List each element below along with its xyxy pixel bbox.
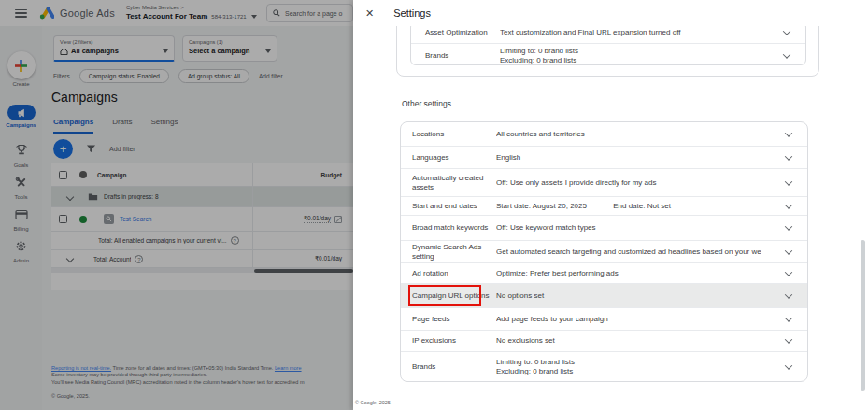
chevron-down-icon[interactable]: [785, 129, 792, 136]
copyright: © Google, 2025.: [51, 393, 90, 399]
chevron-down-icon[interactable]: [66, 192, 74, 200]
filter-funnel-icon[interactable]: [86, 144, 96, 154]
setting-label: Automatically created assets: [412, 174, 496, 192]
tab-settings[interactable]: Settings: [150, 118, 178, 134]
tab-campaigns[interactable]: Campaigns: [53, 118, 93, 134]
learn-more-link[interactable]: Learn more: [275, 365, 302, 371]
tab-bar: Campaigns Drafts Settings: [53, 118, 178, 134]
setting-label: Brands: [412, 362, 496, 372]
chevron-down-icon[interactable]: [785, 335, 792, 343]
chevron-down-icon[interactable]: [785, 314, 792, 321]
search-input[interactable]: Search for a page o: [266, 4, 353, 22]
chevron-down-icon[interactable]: [251, 15, 257, 19]
setting-value: Optimize: Prefer best performing ads: [496, 269, 786, 278]
help-icon[interactable]: ?: [231, 236, 239, 245]
other-settings-card: Locations All countries and territories …: [400, 121, 808, 382]
settings-row-start-end-dates[interactable]: Start and end dates Start date: August 2…: [401, 196, 807, 215]
filters-label: Filters: [53, 73, 70, 79]
account-switcher[interactable]: Cyber Media Services > Test Account For …: [126, 6, 257, 21]
billing-card-icon: [15, 209, 28, 220]
settings-row-page-feeds[interactable]: Page feeds Add page feeds to your campai…: [401, 307, 807, 330]
vertical-scrollbar-thumb[interactable]: [861, 240, 865, 391]
settings-row-broad-match-keywords[interactable]: Broad match keywords Off: Use keyword ma…: [401, 215, 807, 240]
settings-row-dynamic-search-ads[interactable]: Dynamic Search Ads setting Get automated…: [401, 240, 807, 262]
table-row-total-account: Total: Account ? ₹0.01/day: [51, 250, 353, 268]
status-column-icon: [79, 171, 87, 178]
edit-budget-icon[interactable]: [334, 216, 342, 223]
setting-value: No options set: [496, 291, 786, 301]
sidebar-item-goals[interactable]: Goals: [0, 144, 42, 168]
chevron-down-icon[interactable]: [783, 50, 790, 58]
chevron-down-icon[interactable]: [785, 201, 792, 208]
add-campaign-button[interactable]: +: [53, 139, 73, 159]
table-horizontal-scrollbar[interactable]: [51, 268, 353, 273]
table-row-label: Total: Account: [93, 256, 131, 262]
end-date-value: End date: Not set: [613, 202, 671, 210]
filter-chip-ad-group-status[interactable]: Ad group status: All: [178, 69, 249, 83]
sidebar-item-campaigns[interactable]: Campaigns: [0, 105, 42, 128]
settings-row-locations[interactable]: Locations All countries and territories: [401, 122, 807, 146]
sidebar-item-admin[interactable]: Admin: [0, 239, 42, 263]
setting-value-line2: Excluding: 0 brand lists: [496, 367, 782, 376]
setting-value-line1: Limiting to: 0 brand lists: [500, 47, 780, 56]
gear-icon: [15, 240, 27, 252]
tab-drafts[interactable]: Drafts: [112, 118, 132, 134]
budget-value: ₹0.01/day: [315, 255, 342, 262]
chevron-down-icon[interactable]: [785, 177, 792, 185]
campaigns-pill[interactable]: [7, 105, 36, 120]
campaign-select-dropdown[interactable]: Campaigns (1) Select a campaign: [182, 35, 277, 62]
chevron-down-icon[interactable]: [783, 27, 790, 35]
sidebar-item-billing[interactable]: Billing: [0, 207, 42, 232]
close-icon[interactable]: ✕: [365, 8, 374, 19]
settings-row-languages[interactable]: Languages English: [401, 146, 807, 168]
view-filter-dropdown[interactable]: View (2 filters) All campaigns: [53, 35, 175, 62]
create-button[interactable]: [7, 51, 36, 79]
column-header-campaign[interactable]: Campaign: [97, 172, 126, 178]
add-filter-button[interactable]: Add filter: [109, 146, 135, 152]
help-icon[interactable]: ?: [135, 255, 143, 263]
settings-row-ip-exclusions[interactable]: IP exclusions No exclusions set: [401, 330, 807, 351]
chevron-down-icon[interactable]: [785, 152, 792, 160]
nav-rail: Create Campaigns Goals: [0, 26, 42, 410]
chevron-down-icon[interactable]: [785, 361, 792, 369]
select-all-checkbox[interactable]: [59, 171, 67, 179]
chevron-down-icon[interactable]: [785, 290, 792, 298]
budget-value[interactable]: ₹0.01/day: [304, 215, 331, 223]
settings-panel: ✕ Settings Asset Optimization Text custo…: [353, 0, 868, 410]
campaign-select-label: Campaigns (1): [189, 39, 271, 45]
chevron-down-icon[interactable]: [785, 247, 792, 254]
setting-label: Languages: [412, 153, 496, 163]
add-filter-link[interactable]: Add filter: [259, 73, 283, 79]
column-header-budget[interactable]: Budget: [321, 172, 342, 178]
campaign-link[interactable]: Test Search: [120, 216, 151, 222]
chevron-down-icon: [163, 49, 168, 53]
table-row-drafts-group[interactable]: Drafts in progress: 8: [51, 187, 353, 207]
settings-row-brands-top[interactable]: Brands Limiting to: 0 brand lists Exclud…: [411, 43, 805, 65]
chevron-down-icon[interactable]: [66, 255, 74, 262]
start-date-value: Start date: August 20, 2025: [496, 202, 587, 210]
settings-row-automatically-created-assets[interactable]: Automatically created assets Off: Use on…: [401, 168, 807, 196]
chevron-down-icon[interactable]: [785, 268, 792, 276]
campaign-select-value: Select a campaign: [189, 47, 249, 55]
table-row-test-search[interactable]: Test Search ₹0.01/day: [51, 207, 353, 232]
megaphone-icon: [16, 108, 26, 118]
settings-row-campaign-url-options[interactable]: Campaign URL options No options set: [401, 283, 807, 307]
scrollbar-thumb[interactable]: [254, 269, 353, 273]
menu-icon[interactable]: [15, 9, 27, 18]
reporting-link[interactable]: Reporting is not real-time.: [51, 365, 111, 371]
setting-value: Text customization and Final URL expansi…: [500, 28, 784, 37]
setting-value: Off: Use only assets I provide directly …: [496, 178, 786, 188]
sidebar-item-tools[interactable]: Tools: [0, 176, 42, 200]
settings-row-brands[interactable]: Brands Limiting to: 0 brand lists Exclud…: [401, 351, 807, 381]
filter-chip-campaign-status[interactable]: Campaign status: Enabled: [79, 69, 169, 83]
status-enabled-dot: [79, 216, 87, 223]
filters-bar: Filters Campaign status: Enabled Ad grou…: [53, 69, 283, 83]
account-name: Test Account For Team: [126, 13, 207, 21]
breadcrumb[interactable]: Cyber Media Services >: [126, 6, 257, 11]
sidebar-item-create[interactable]: Create: [0, 51, 42, 87]
settings-row-ad-rotation[interactable]: Ad rotation Optimize: Prefer best perfor…: [401, 262, 807, 283]
row-checkbox[interactable]: [59, 215, 67, 223]
page-title: Campaigns: [51, 90, 118, 105]
chevron-down-icon[interactable]: [785, 222, 792, 230]
setting-label: Asset Optimization: [425, 28, 500, 37]
